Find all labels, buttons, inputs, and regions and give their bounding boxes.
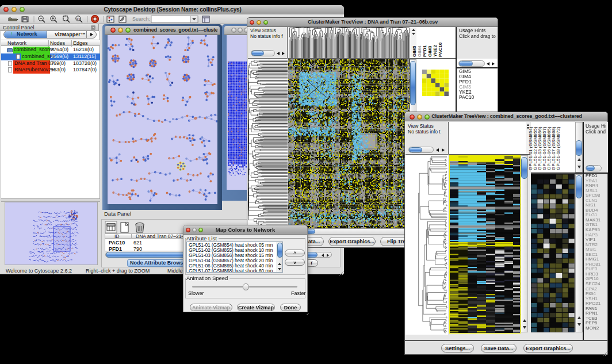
svg-text:1:1: 1:1: [76, 17, 81, 21]
svg-text:Search:: Search:: [132, 16, 150, 22]
